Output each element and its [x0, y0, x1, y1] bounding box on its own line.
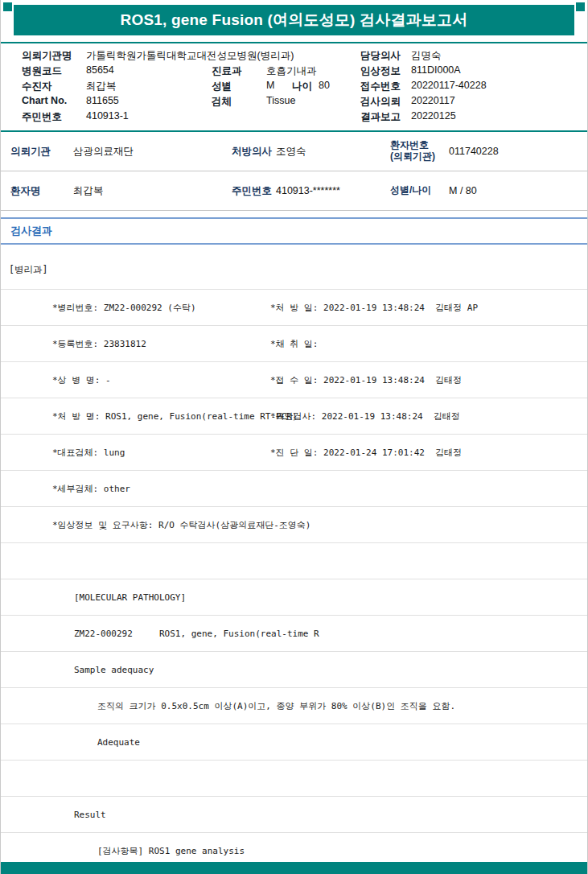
info-value: 80: [319, 80, 330, 91]
result-line: Adequate: [1, 724, 587, 761]
patient-label: 주민번호: [232, 185, 276, 196]
report-page: ROS1, gene Fusion (여의도성모) 검사결과보고서 의뢰기관명 …: [0, 0, 588, 874]
info-label: 검체: [212, 95, 232, 109]
patient-label: 의뢰기관: [1, 146, 73, 157]
info-value: 20220117: [411, 95, 455, 106]
patient-value: 011740228: [449, 146, 587, 157]
patient-row: 의뢰기관 삼광의료재단 처방의사 조영숙 환자번호 (의뢰기관) 0117402…: [1, 132, 587, 171]
patient-value: 조영숙: [276, 145, 390, 159]
result-line: *상 병 명: -*접 수 일: 2022-01-19 13:48:24 김태정: [1, 362, 587, 398]
info-label: 주민번호: [22, 110, 62, 124]
patient-label: 처방의사: [232, 146, 276, 157]
info-value: 김명숙: [411, 49, 442, 63]
patient-value: 최갑복: [73, 184, 232, 198]
result-line: Result: [1, 797, 587, 833]
patient-label: 성별/나이: [390, 185, 449, 196]
info-value: 20220117-40228: [411, 80, 487, 91]
info-value: 가톨릭학원가톨릭대학교대전성모병원(병리과): [86, 49, 294, 63]
info-value: 811655: [86, 95, 119, 106]
result-line: *세부검체: other: [1, 471, 587, 507]
info-label: 검사의뢰: [360, 95, 401, 109]
result-line-right: *채 취 일:: [270, 338, 587, 350]
result-line: 조직의 크기가 0.5x0.5cm 이상(A)이고, 종양 부위가 80% 이상…: [1, 688, 587, 724]
result-line-right: *처 방 일: 2022-01-19 13:48:24 김태정 AP: [270, 302, 587, 314]
result-line-left: 조직의 크기가 0.5x0.5cm 이상(A)이고, 종양 부위가 80% 이상…: [1, 700, 587, 712]
patient-label: 환자명: [1, 185, 73, 196]
footer-bar: [1, 862, 587, 874]
info-label: Chart No.: [22, 95, 67, 106]
info-row: 주민번호 410913-1 결과보고 20220125: [1, 110, 587, 126]
result-line: *등록번호: 23831812*채 취 일:: [1, 326, 587, 362]
report-title: ROS1, gene Fusion (여의도성모) 검사결과보고서: [120, 10, 467, 31]
result-line-left: *등록번호: 23831812: [1, 338, 270, 350]
result-line-left: *처 방 명: ROS1, gene, Fusion(real-time RT-…: [1, 410, 270, 423]
result-line: [1, 543, 587, 579]
result-line: *처 방 명: ROS1, gene, Fusion(real-time RT-…: [1, 398, 587, 435]
corner-mark-left: [3, 2, 12, 11]
info-label: 결과보고: [360, 110, 401, 124]
header-info-section: 의뢰기관명 가톨릭학원가톨릭대학교대전성모병원(병리과) 담당의사 김명숙 병원…: [1, 42, 587, 132]
result-line: [1, 761, 587, 797]
patient-value: 410913-*******: [276, 185, 390, 196]
info-label: 담당의사: [360, 49, 401, 63]
info-value: Tissue: [266, 95, 295, 106]
info-value: 811DI000A: [411, 64, 461, 76]
result-line-left: *세부검체: other: [1, 483, 587, 495]
results-section-header: 검사결과: [1, 217, 587, 245]
results-section-title: 검사결과: [10, 225, 52, 237]
patient-section: 의뢰기관 삼광의료재단 처방의사 조영숙 환자번호 (의뢰기관) 0117402…: [1, 132, 587, 211]
result-line: *임상정보 및 요구사항: R/O 수탁검사(삼광의료재단-조영숙): [1, 507, 587, 543]
info-label: 병원코드: [22, 64, 62, 78]
result-line: ZM22-000292 ROS1, gene, Fusion(real-time…: [1, 616, 587, 652]
result-line-left: *상 병 명: -: [1, 374, 270, 386]
result-line: *병리번호: ZM22-000292 (수탁)*처 방 일: 2022-01-1…: [1, 290, 587, 326]
patient-value: M / 80: [449, 185, 587, 196]
department-label: [병리과]: [9, 264, 47, 276]
patient-label: 환자번호 (의뢰기관): [390, 140, 449, 163]
info-label: 의뢰기관명: [22, 49, 72, 63]
info-label: 접수번호: [360, 80, 401, 93]
result-line: [MOLECULAR PATHOLOGY]: [1, 579, 587, 616]
result-line: Sample adequacy: [1, 652, 587, 688]
info-value: 20220125: [411, 110, 456, 122]
info-label: 수진자: [22, 80, 52, 93]
result-line-right: *육안검사: 2022-01-19 13:48:24 김태정: [270, 410, 587, 423]
result-line-left: ZM22-000292 ROS1, gene, Fusion(real-time…: [1, 629, 587, 639]
results-table: *병리번호: ZM22-000292 (수탁)*처 방 일: 2022-01-1…: [1, 290, 587, 869]
info-row: Chart No. 811655 검체 Tissue 검사의뢰 20220117: [1, 95, 587, 110]
report-title-bar: ROS1, gene Fusion (여의도성모) 검사결과보고서: [14, 5, 574, 35]
result-line-left: *대표검체: lung: [1, 447, 270, 459]
result-line-left: Result: [1, 810, 587, 820]
patient-value: 삼광의료재단: [73, 145, 232, 159]
corner-mark-right: [576, 2, 585, 11]
info-value: 410913-1: [86, 110, 129, 122]
result-line-left: [검사항목] ROS1 gene analysis: [1, 845, 587, 857]
info-value: M: [266, 80, 274, 91]
info-label: 성별: [212, 80, 232, 93]
info-value: 85654: [86, 64, 114, 76]
info-label: 임상정보: [360, 64, 401, 78]
result-line: *대표검체: lung*진 단 일: 2022-01-24 17:01:42 김…: [1, 435, 587, 471]
info-row: 의뢰기관명 가톨릭학원가톨릭대학교대전성모병원(병리과) 담당의사 김명숙: [1, 49, 587, 64]
info-row: 수진자 최갑복 성별 M 나이 80 접수번호 20220117-40228: [1, 80, 587, 95]
result-line-left: [MOLECULAR PATHOLOGY]: [1, 592, 587, 603]
result-line-left: *임상정보 및 요구사항: R/O 수탁검사(삼광의료재단-조영숙): [1, 519, 587, 531]
info-row: 병원코드 85654 진료과 호흡기내과 임상정보 811DI000A: [1, 64, 587, 80]
result-line-left: *병리번호: ZM22-000292 (수탁): [1, 302, 270, 314]
result-line-right: *진 단 일: 2022-01-24 17:01:42 김태정: [270, 447, 587, 459]
patient-row: 환자명 최갑복 주민번호 410913-******* 성별/나이 M / 80: [1, 171, 587, 211]
result-line-left: Sample adequacy: [1, 665, 587, 675]
result-line-right: *접 수 일: 2022-01-19 13:48:24 김태정: [270, 374, 587, 386]
department-label-row: [병리과]: [1, 245, 587, 290]
info-value: 최갑복: [86, 80, 117, 93]
result-line-left: Adequate: [1, 737, 587, 748]
info-label: 나이: [292, 80, 312, 93]
info-label: 진료과: [212, 64, 242, 78]
info-value: 호흡기내과: [266, 64, 317, 78]
